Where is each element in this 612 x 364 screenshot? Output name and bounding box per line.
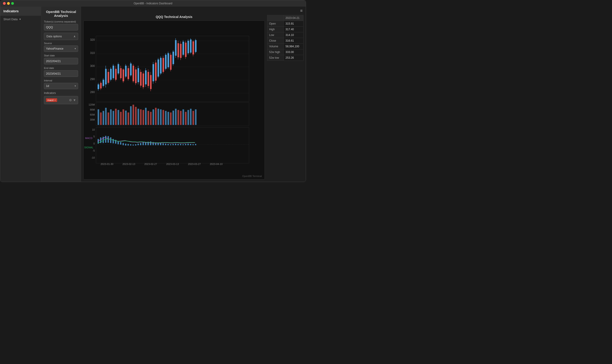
macd-tag[interactable]: macd × [46, 98, 57, 102]
source-label: Source [44, 42, 78, 45]
svg-text:MACD: MACD [85, 137, 93, 140]
stats-header-date: 2023-04-21 [284, 15, 303, 21]
svg-rect-41 [133, 66, 134, 81]
stats-value: 58,984,100 [284, 44, 303, 49]
svg-text:30M: 30M [90, 118, 95, 121]
source-select-wrapper: YahooFinance AlphaVantage Quandl [44, 46, 78, 52]
svg-text:-5: -5 [93, 149, 95, 152]
svg-rect-59 [155, 63, 157, 81]
svg-rect-149 [110, 137, 111, 143]
stats-label: High [267, 27, 284, 32]
svg-rect-123 [163, 110, 164, 125]
end-date-input[interactable] [44, 70, 78, 77]
minimize-button[interactable] [7, 2, 10, 5]
openbb-brand: OpenBB Terminal [242, 175, 262, 177]
svg-rect-13 [98, 84, 99, 89]
stats-label: Low [267, 32, 284, 38]
svg-rect-37 [127, 68, 129, 79]
svg-rect-77 [177, 43, 179, 57]
svg-rect-27 [115, 69, 117, 80]
end-date-label: End date [44, 67, 78, 69]
svg-rect-55 [150, 75, 152, 89]
source-select[interactable]: YahooFinance AlphaVantage Quandl [44, 46, 78, 52]
maximize-button[interactable] [11, 2, 14, 5]
stats-row: 52w high333.00 [267, 49, 303, 55]
macd-remove-button[interactable]: × [54, 99, 56, 102]
data-options-toggle[interactable]: Data options ∧ [44, 33, 78, 40]
svg-rect-115 [143, 110, 144, 125]
svg-text:120M: 120M [89, 103, 95, 106]
svg-rect-154 [122, 143, 124, 145]
svg-rect-121 [158, 109, 159, 125]
svg-rect-130 [180, 111, 182, 125]
sidebar-dropdown[interactable]: Short Data ▼ [0, 16, 41, 23]
svg-rect-148 [108, 136, 109, 143]
svg-text:0: 0 [93, 143, 95, 145]
svg-rect-75 [175, 40, 177, 56]
svg-rect-81 [183, 42, 184, 55]
app-body: Indicators Short Data ▼ OpenBB Technical… [0, 7, 306, 182]
svg-rect-177 [180, 144, 181, 145]
svg-rect-137 [96, 127, 249, 163]
svg-text:300: 300 [90, 64, 95, 67]
svg-rect-152 [118, 141, 119, 144]
svg-rect-49 [143, 74, 144, 87]
svg-text:280: 280 [90, 91, 95, 94]
svg-rect-114 [140, 109, 142, 125]
interval-select-wrapper: 1d 1wk 1mo 5m 15m 1h [44, 83, 78, 89]
stats-label: 52w low [267, 55, 284, 61]
svg-rect-136 [195, 109, 196, 125]
svg-rect-129 [177, 110, 179, 125]
svg-rect-122 [160, 109, 162, 125]
main-content: ≡ QQQ Technical Analysis 320 310 300 29 [81, 7, 306, 182]
sidebar-title: Indicators [0, 7, 41, 16]
svg-text:10: 10 [92, 128, 95, 131]
svg-rect-61 [158, 59, 159, 77]
chevron-down-icon[interactable]: ▼ [73, 98, 76, 102]
stats-value: 314.10 [284, 32, 303, 38]
close-button[interactable] [3, 2, 6, 5]
gear-icon[interactable]: ⚙ [69, 98, 72, 102]
chart-svg: 320 310 300 290 280 [83, 21, 265, 179]
svg-rect-120 [155, 108, 157, 125]
svg-rect-33 [122, 69, 124, 81]
hamburger-icon[interactable]: ≡ [300, 8, 303, 13]
svg-text:2023-01-30: 2023-01-30 [101, 163, 113, 165]
svg-text:2023-03-27: 2023-03-27 [188, 163, 201, 165]
ticker-input[interactable] [44, 24, 78, 30]
chevron-up-icon: ∧ [74, 35, 76, 38]
svg-rect-169 [160, 143, 161, 145]
svg-rect-116 [145, 108, 147, 125]
stats-value: 316.61 [284, 38, 303, 44]
main-header: ≡ [81, 7, 306, 15]
indicators-label: Indicators [44, 91, 78, 95]
start-date-input[interactable] [44, 58, 78, 64]
svg-rect-155 [125, 143, 126, 145]
svg-rect-85 [187, 41, 189, 53]
indicators-controls: ⚙ ▼ [69, 98, 76, 102]
window-controls[interactable] [3, 2, 14, 5]
stats-value: 333.00 [284, 49, 303, 55]
chart-wrapper: QQQ Technical Analysis 320 310 300 290 2… [83, 15, 265, 180]
svg-rect-111 [133, 105, 134, 125]
title-bar: OpenBB - Indicators Dashboard [0, 0, 306, 7]
stats-row: 52w low253.26 [267, 55, 303, 61]
svg-rect-175 [175, 143, 176, 145]
svg-rect-180 [187, 143, 189, 145]
svg-rect-21 [108, 72, 109, 83]
svg-rect-73 [173, 52, 174, 64]
svg-rect-15 [100, 83, 102, 89]
svg-rect-183 [195, 144, 196, 145]
svg-rect-83 [185, 42, 187, 57]
svg-rect-45 [137, 68, 139, 82]
svg-rect-31 [120, 68, 122, 78]
svg-rect-173 [170, 144, 171, 145]
stats-row: Close316.61 [267, 38, 303, 44]
svg-rect-108 [125, 111, 127, 125]
interval-select[interactable]: 1d 1wk 1mo 5m 15m 1h [44, 83, 78, 89]
svg-rect-135 [192, 111, 194, 125]
stats-value: 315.91 [284, 21, 303, 27]
svg-rect-133 [187, 110, 189, 125]
svg-rect-128 [175, 109, 177, 125]
svg-rect-110 [130, 106, 132, 125]
